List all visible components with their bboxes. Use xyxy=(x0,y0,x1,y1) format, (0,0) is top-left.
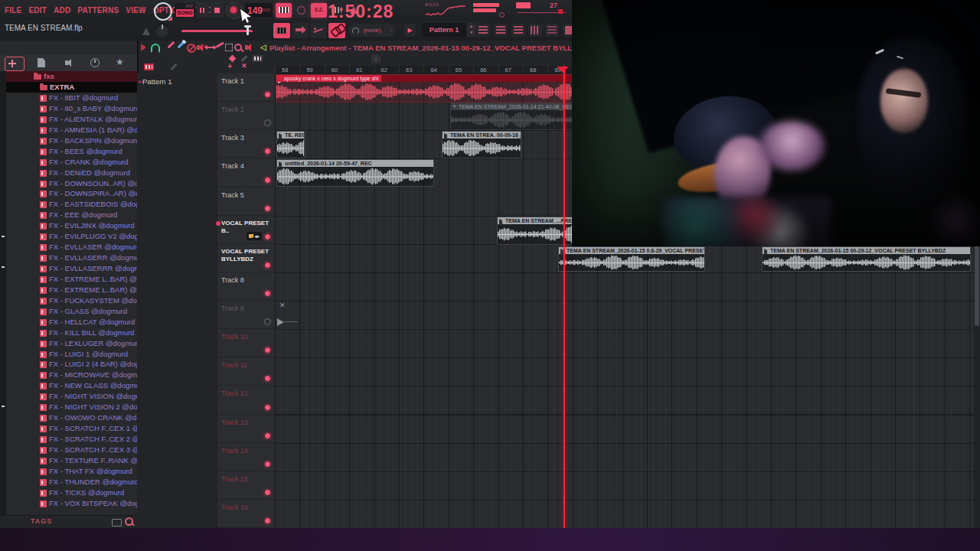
track-header-8[interactable]: Track 8 xyxy=(217,272,275,301)
browser-fx-item[interactable]: FX - EXTREME L..BAR) @dogmurd xyxy=(6,274,137,285)
track-header-5[interactable]: Track 5 xyxy=(217,187,275,216)
track-record-dot[interactable] xyxy=(264,489,271,496)
menu-item-file[interactable]: FILE xyxy=(5,6,21,15)
midi-monitor-selector[interactable]: (none)› xyxy=(348,24,396,37)
track-record-dot[interactable] xyxy=(264,375,271,382)
time-display[interactable]: 1:50:28 xyxy=(328,2,394,22)
browser-fx-item[interactable]: FX - EXTREME L..BAR) @dogmurd xyxy=(6,285,137,295)
delete-tool-icon[interactable] xyxy=(187,44,196,53)
track-record-dot[interactable] xyxy=(264,205,271,212)
browser-fx-item[interactable]: FX - EEE @dogmurd xyxy=(6,210,137,220)
add-track-button[interactable]: + xyxy=(227,61,232,70)
playlist-clip[interactable]: spooky crank x cero x dogmurd type shi xyxy=(276,74,582,103)
browser-fx-item[interactable]: FX - SCRATCH F..CEX 3 @dogmurd xyxy=(6,445,137,455)
spinner-down-icon[interactable]: ▼ xyxy=(469,30,473,34)
browser-fx-item[interactable]: FX - GLASS @dogmurd xyxy=(6,306,137,317)
browser-fx-item[interactable]: FX - EVILPLUGG V2 @dogmurd xyxy=(6,231,137,242)
browser-tab-favorites-icon[interactable]: ★ xyxy=(116,57,128,68)
browser-fx-item[interactable]: FX - NEW GLASS @dogmurd xyxy=(6,380,137,391)
typing-keyboard-button[interactable] xyxy=(273,23,290,38)
menu-item-edit[interactable]: EDIT xyxy=(28,6,47,15)
playlist-clip[interactable]: TEMA EN STREAM_2026-01-15 0.6-29_VOCAL P… xyxy=(558,246,705,272)
song-mode-label[interactable]: SONG xyxy=(176,9,194,17)
record-button[interactable] xyxy=(226,2,243,19)
browser-tab-history-icon[interactable] xyxy=(89,57,101,69)
stop-button[interactable] xyxy=(211,3,224,18)
track-record-dot[interactable] xyxy=(264,91,271,98)
track-swap-icon[interactable]: ◂▸ xyxy=(254,233,260,240)
main-volume-knob[interactable] xyxy=(155,23,169,37)
track-record-dot[interactable] xyxy=(264,318,271,325)
browser-fx-item[interactable]: FX - DOWNSOUN..AR) @dogmurd xyxy=(6,178,137,189)
track-record-dot[interactable] xyxy=(264,432,271,439)
playlist-clip[interactable]: TEMA EN STREAM_2026-01-14 21-40-08_REC✕ xyxy=(450,103,582,130)
track-header-11[interactable]: Track 11 xyxy=(217,357,275,386)
browser-fx-item[interactable]: FX - EVLLASERRR @dogmurd xyxy=(6,263,137,274)
pattern-mode-icon[interactable] xyxy=(144,64,154,70)
playlist-play-icon[interactable] xyxy=(141,44,146,51)
pattern-selector[interactable]: Pattern 1 xyxy=(422,23,466,37)
track-header-2[interactable]: Track 2 xyxy=(217,102,275,130)
tags-search-icon[interactable] xyxy=(125,517,133,526)
track-header-9[interactable]: Track 9 xyxy=(217,301,275,329)
draw-wave-button[interactable] xyxy=(310,23,327,38)
browser-fx-item[interactable]: FX - AMNESIA (1 BAR) @dogmurd xyxy=(6,125,137,135)
browser-fx-item[interactable]: FX - ALIENTALK @dogmurd xyxy=(6,114,137,125)
track-record-dot[interactable] xyxy=(264,177,271,184)
track-header-14[interactable]: Track 14 xyxy=(217,443,275,471)
track-record-dot[interactable] xyxy=(264,233,271,240)
browser-fx-item[interactable]: FX - FUCKASYSTEM @dogmurd xyxy=(6,295,137,306)
pattern-picker-item[interactable]: Pattern 1 xyxy=(142,77,172,86)
browser-scrollbar[interactable] xyxy=(0,71,6,528)
browser-fx-item[interactable]: FX - OWOWO CRANK @dogmurd xyxy=(6,412,137,423)
browser-fx-item[interactable]: FX - HELLCAT @dogmurd xyxy=(6,317,137,328)
piano-dim-icon[interactable] xyxy=(253,55,263,62)
track-header-12[interactable]: Track 12 xyxy=(217,386,275,414)
browser-fx-item[interactable]: FX - NIGHT VISION 2 @dogmurd xyxy=(6,402,137,412)
browser-fx-item[interactable]: FX - DENiED @dogmurd xyxy=(6,168,137,178)
browser-fx-item[interactable]: FX - NIGHT VISION @dogmurd xyxy=(6,391,137,402)
browser-fx-item[interactable]: FX - EASTSIDEBOIS @dogmurd xyxy=(6,199,137,210)
track-header-13[interactable]: Track 13 xyxy=(217,415,275,443)
jog-wheel-knob[interactable] xyxy=(154,2,172,21)
playlist-back-icon[interactable]: ◁ xyxy=(260,43,266,51)
countdown-before-recording-icon[interactable]: 3.2. xyxy=(311,3,327,18)
browser-fx-item[interactable]: FX - 8BIT @dogmurd xyxy=(6,93,137,103)
delete-track-button[interactable]: ✕ xyxy=(241,62,247,70)
browser-fx-item[interactable]: FX - 80_s BABY @dogmurd xyxy=(6,103,137,114)
browser-tab-plugins-icon[interactable] xyxy=(5,57,24,71)
track-header-10[interactable]: Track 10 xyxy=(217,329,275,357)
browser-fx-item[interactable]: FX - EVLLASERR @dogmurd xyxy=(6,253,137,263)
browser-fx-item[interactable]: FX - LUIGI 1 @dogmurd xyxy=(6,349,137,360)
browser-tab-audio-icon[interactable] xyxy=(62,57,74,69)
pause-button[interactable] xyxy=(196,3,209,18)
browser-fx-item[interactable]: FX - SCRATCH F..CEX 1 @dogmurd xyxy=(6,423,137,434)
track-record-dot[interactable] xyxy=(264,262,271,269)
pattern-spinner[interactable]: ▲▼ xyxy=(467,23,475,37)
playlist-clip[interactable]: TEMA EN STREAM_2026-01-15 00-29-12_VOCAL… xyxy=(762,246,971,272)
playlist-clip[interactable]: untitled_2026-01-14 20-59-47_REC xyxy=(276,159,434,187)
snap-magnet-icon[interactable] xyxy=(151,44,160,53)
slip-tool-icon[interactable] xyxy=(207,47,214,48)
track-record-dot[interactable] xyxy=(264,148,271,155)
browser-tab-files-icon[interactable] xyxy=(35,57,47,69)
playlist-clip[interactable]: TEMA EN STREA. 00-09-16_REC xyxy=(442,131,521,158)
track-header-4[interactable]: Track 4 xyxy=(217,158,275,187)
track-header-3[interactable]: Track 3 xyxy=(217,130,275,158)
track-header-16[interactable]: Track 16 xyxy=(217,500,275,528)
pat-song-toggle[interactable]: PAT SONG xyxy=(175,3,195,18)
playlist-clip[interactable]: TEMA EN STREAM_...PRESET BYL xyxy=(497,217,582,245)
folder-fxs[interactable]: fxs xyxy=(6,71,137,82)
track9-automation-handle[interactable] xyxy=(277,318,284,326)
piano-roll-panel-icon[interactable] xyxy=(494,24,508,37)
spinner-up-icon[interactable]: ▲ xyxy=(469,24,473,28)
mixer-panel-icon[interactable] xyxy=(528,24,542,37)
wait-for-input-icon[interactable] xyxy=(293,3,309,18)
track-record-dot[interactable] xyxy=(264,290,271,297)
track-record-dot[interactable] xyxy=(264,347,271,354)
track-header-1[interactable]: Track 1 xyxy=(217,73,275,102)
playlist-clip[interactable]: TE. REC xyxy=(276,131,305,158)
track-header-7[interactable]: VOCAL PRESET BYLLYBDZ xyxy=(217,244,275,272)
browser-fx-item[interactable]: FX - DOWNSPIRA..AR) @dogmurd xyxy=(6,188,137,199)
track-monitor-controls[interactable]: ◂▸ xyxy=(247,232,262,240)
